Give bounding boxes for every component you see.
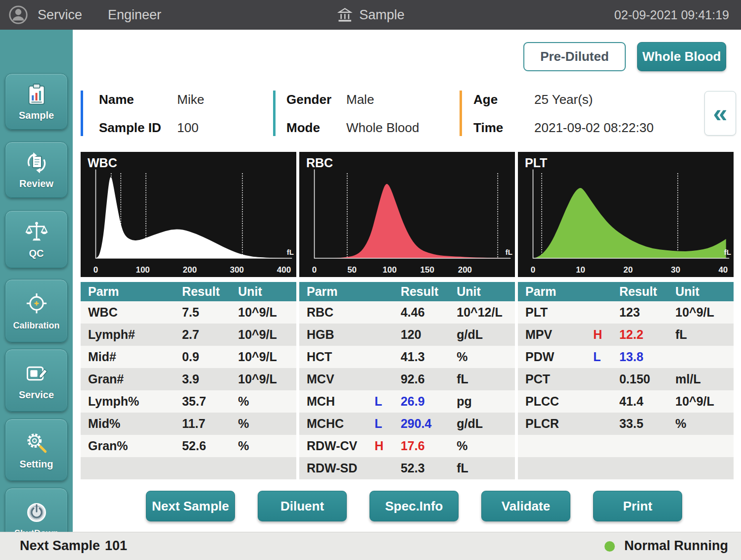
next-sample-label: Next Sample [20, 538, 100, 554]
param-name: HCT [299, 350, 372, 364]
print-button[interactable]: Print [593, 491, 682, 521]
x-tick-label: 100 [136, 265, 149, 275]
table-row: Gran#3.910^9/L [81, 368, 296, 390]
param-result: 52.6 [182, 439, 238, 453]
x-tick-label: 200 [458, 265, 472, 275]
param-unit: ml/L [675, 372, 734, 386]
param-unit: 10^12/L [457, 305, 515, 320]
param-result: 2.7 [182, 327, 238, 342]
plt-table: Parm Result Unit PLT12310^9/LMPVH12.2fLP… [518, 282, 734, 479]
topbar-engineer-label: Engineer [108, 0, 161, 30]
x-tick-label: 50 [347, 265, 357, 275]
status-indicator-dot [604, 541, 615, 552]
sidebar-item-label: Calibration [13, 321, 59, 331]
param-flag: H [372, 439, 401, 453]
param-result: 13.8 [619, 350, 675, 364]
param-result: 12.2 [619, 327, 675, 342]
param-result: 92.6 [401, 372, 457, 386]
action-bar: Next Sample Diluent Spec.Info Validate P… [146, 491, 682, 521]
header-result: Result [401, 284, 457, 299]
table-row: RBC4.4610^12/L [299, 301, 515, 324]
param-unit: fL [675, 327, 734, 342]
power-icon [23, 499, 50, 526]
mode-label: Mode [286, 120, 320, 136]
param-name: RBC [299, 305, 372, 320]
table-row: MPVH12.2fL [518, 324, 734, 346]
param-result: 41.4 [619, 394, 675, 409]
param-unit: g/dL [457, 417, 515, 431]
param-name: MCV [299, 372, 372, 386]
table-row: PLCC41.410^9/L [518, 390, 734, 413]
rbc-histogram: RBC fL 050100150200 [299, 152, 515, 277]
sidebar-item-sample[interactable]: Sample [5, 73, 68, 130]
gender-value: Male [346, 92, 374, 107]
x-tick-label: 30 [671, 265, 680, 275]
validate-button[interactable]: Validate [481, 491, 570, 521]
sidebar-nav: Sample Review [0, 30, 73, 532]
sample-id-value: 100 [177, 120, 198, 136]
table-row [518, 435, 734, 457]
results-tables: Parm Result Unit WBC7.510^9/LLymph#2.710… [81, 282, 734, 479]
setting-gears-icon [23, 429, 50, 456]
next-sample-button[interactable]: Next Sample [146, 491, 235, 521]
table-row: PDWL13.8 [518, 346, 734, 368]
service-tool-icon [23, 360, 50, 387]
sidebar-item-review[interactable]: Review [5, 141, 68, 198]
param-unit: 10^9/L [675, 394, 734, 409]
x-tick-label: 200 [183, 265, 197, 275]
qc-scales-icon [23, 220, 50, 245]
param-name: MCH [299, 394, 372, 409]
table-row: PLT12310^9/L [518, 301, 734, 324]
table-row: Mid#0.910^9/L [81, 346, 296, 368]
param-unit: g/dL [457, 327, 515, 342]
age-value: 25 Year(s) [534, 92, 593, 107]
param-name: Lymph% [81, 394, 154, 409]
param-unit: % [238, 394, 296, 409]
param-unit: % [457, 439, 515, 453]
param-result: 17.6 [401, 439, 457, 453]
x-tick-label: 300 [230, 265, 244, 275]
top-bar: Service Engineer Sample 02-09-2021 09:41… [0, 0, 741, 30]
table-row: MCHCL290.4g/dL [299, 413, 515, 435]
x-tick-label: 10 [576, 265, 585, 275]
x-tick-label: 0 [531, 265, 535, 275]
sidebar-item-label: Setting [20, 459, 53, 470]
plt-histogram: PLT fL 010203040 [518, 152, 734, 277]
param-result: 11.7 [182, 417, 238, 431]
review-icon [23, 150, 50, 176]
param-flag: L [372, 417, 401, 431]
collapse-panel-button[interactable]: « [704, 91, 736, 136]
age-label: Age [473, 92, 498, 107]
spec-info-button[interactable]: Spec.Info [370, 491, 459, 521]
diluent-button[interactable]: Diluent [258, 491, 347, 521]
name-value: Mike [177, 92, 204, 107]
table-row: RDW-CVH17.6% [299, 435, 515, 457]
whole-blood-button[interactable]: Whole Blood [637, 42, 726, 71]
table-row: MCHL26.9pg [299, 390, 515, 413]
sidebar-item-calibration[interactable]: Calibration [5, 279, 68, 342]
sidebar-item-service[interactable]: Service [5, 349, 68, 412]
sidebar-item-setting[interactable]: Setting [5, 419, 68, 481]
sidebar-item-qc[interactable]: QC [5, 210, 68, 268]
param-unit: % [238, 417, 296, 431]
table-row: WBC7.510^9/L [81, 301, 296, 324]
param-unit: % [675, 417, 734, 431]
x-tick-label: 400 [277, 265, 291, 275]
param-name: MCHC [299, 417, 372, 431]
x-tick-label: 20 [623, 265, 633, 275]
table-header: Parm Result Unit [299, 282, 515, 301]
table-row: PLCR33.5% [518, 413, 734, 435]
pre-diluted-button[interactable]: Pre-Diluted [523, 42, 626, 71]
x-tick-label: 40 [718, 265, 728, 275]
histograms: WBC fL 0100200300400 RBC fL 050100150200… [81, 152, 734, 277]
table-row: HCT41.3% [299, 346, 515, 368]
sample-id-label: Sample ID [99, 120, 161, 136]
param-unit: 10^9/L [675, 305, 734, 320]
mode-value: Whole Blood [346, 120, 419, 136]
sample-section-icon [336, 6, 353, 23]
next-sample-value: 101 [105, 538, 127, 554]
param-result: 33.5 [619, 417, 675, 431]
header-unit: Unit [457, 284, 515, 299]
param-result: 7.5 [182, 305, 238, 320]
param-result: 120 [401, 327, 457, 342]
